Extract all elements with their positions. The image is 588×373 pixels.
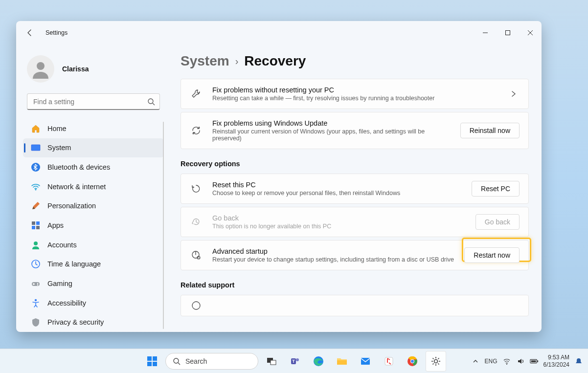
nav-gaming[interactable]: Gaming: [23, 274, 164, 293]
nav-privacy[interactable]: Privacy & security: [23, 312, 164, 332]
svg-point-28: [296, 358, 299, 361]
related-support-card[interactable]: [181, 295, 529, 316]
svg-rect-8: [36, 221, 40, 225]
reset-icon: [190, 182, 203, 195]
advanced-startup-card: Advanced startup Restart your device to …: [181, 240, 529, 270]
nav-personalization[interactable]: Personalization: [23, 197, 164, 216]
task-view-button[interactable]: [261, 351, 282, 372]
notifications-tray-icon[interactable]: [574, 357, 583, 366]
svg-point-5: [31, 163, 40, 172]
svg-rect-21: [153, 356, 157, 361]
nav-label: Accessibility: [47, 299, 86, 307]
nav-label: Network & internet: [47, 183, 106, 191]
nav-accounts[interactable]: Accounts: [23, 235, 164, 255]
app-icon-1[interactable]: [379, 351, 399, 372]
settings-taskbar-icon[interactable]: [426, 351, 446, 372]
breadcrumb-current: Recovery: [244, 53, 306, 69]
file-explorer-icon[interactable]: [332, 351, 352, 372]
svg-rect-3: [31, 145, 40, 151]
nav-system[interactable]: System: [23, 138, 164, 158]
main-content: System › Recovery Fix problems without r…: [168, 44, 542, 332]
svg-rect-33: [385, 357, 393, 365]
taskbar-search-label: Search: [185, 357, 207, 365]
section-recovery-options: Recovery options: [181, 160, 529, 168]
nav-apps[interactable]: Apps: [23, 216, 164, 235]
svg-rect-9: [32, 226, 35, 229]
breadcrumb-parent[interactable]: System: [181, 53, 229, 69]
troubleshoot-card[interactable]: Fix problems without resetting your PC R…: [181, 79, 529, 109]
mail-icon[interactable]: [355, 351, 376, 372]
nav-label: Personalization: [47, 202, 96, 210]
tray-time[interactable]: 9:53 AM: [543, 354, 569, 361]
reset-pc-button[interactable]: Reset PC: [472, 181, 520, 197]
card-title: Fix problems without resetting your PC: [212, 86, 498, 94]
nav-label: Accounts: [47, 241, 77, 249]
nav-home[interactable]: Home: [23, 119, 164, 138]
gamepad-icon: [31, 279, 41, 288]
nav-bluetooth[interactable]: Bluetooth & devices: [23, 157, 164, 177]
teams-icon[interactable]: T: [285, 351, 305, 372]
wifi-tray-icon[interactable]: [502, 357, 511, 366]
nav-time-language[interactable]: Time & language: [23, 254, 164, 274]
wrench-icon: [190, 88, 203, 100]
go-back-card: Go back This option is no longer availab…: [181, 207, 529, 237]
clock-icon: [31, 259, 41, 269]
volume-tray-icon[interactable]: [516, 357, 525, 366]
svg-point-16: [35, 299, 37, 301]
card-title: Advanced startup: [212, 247, 454, 255]
nav-accessibility[interactable]: Accessibility: [23, 293, 164, 313]
nav-label: Apps: [47, 221, 64, 229]
taskbar-search[interactable]: Search: [165, 353, 258, 370]
maximize-button[interactable]: [497, 25, 519, 41]
svg-rect-31: [337, 360, 347, 365]
svg-rect-26: [271, 360, 276, 365]
language-indicator[interactable]: ENG: [485, 358, 498, 365]
battery-tray-icon[interactable]: [530, 357, 539, 366]
home-icon: [31, 124, 41, 133]
user-name: Clarissa: [62, 65, 89, 73]
chrome-icon[interactable]: [402, 351, 423, 372]
search-icon: [147, 98, 155, 106]
shield-icon: [31, 317, 41, 327]
back-button[interactable]: [21, 24, 39, 42]
svg-rect-0: [506, 31, 510, 35]
svg-point-11: [34, 241, 38, 245]
svg-rect-20: [147, 356, 152, 361]
system-icon: [31, 143, 41, 153]
nav-label: Gaming: [47, 280, 72, 287]
svg-rect-41: [531, 360, 536, 362]
tray-chevron-icon[interactable]: [471, 357, 480, 366]
system-tray[interactable]: ENG 9:53 AM 6/13/2024: [471, 354, 583, 369]
search-input[interactable]: [27, 93, 160, 110]
tray-date[interactable]: 6/13/2024: [543, 361, 569, 369]
edge-icon[interactable]: [308, 351, 329, 372]
refresh-icon: [190, 124, 203, 137]
help-icon: [190, 299, 203, 312]
accessibility-icon: [31, 298, 41, 308]
settings-window: Settings Clarissa: [16, 21, 542, 332]
svg-point-19: [192, 302, 200, 309]
avatar: [27, 55, 54, 83]
reinstall-now-button[interactable]: Reinstall now: [460, 123, 520, 138]
svg-point-15: [37, 285, 38, 285]
person-icon: [31, 240, 41, 250]
apps-icon: [31, 220, 41, 230]
nav-list: Home System Bluetooth & devices Network …: [23, 119, 164, 332]
nav-network[interactable]: Network & internet: [23, 177, 164, 197]
card-subtitle: Reinstall your current version of Window…: [212, 128, 451, 142]
restart-now-button[interactable]: Restart now: [464, 247, 520, 263]
close-button[interactable]: [519, 25, 542, 41]
history-icon: [190, 216, 203, 228]
nav-label: Privacy & security: [47, 318, 104, 326]
user-profile[interactable]: Clarissa: [23, 51, 164, 91]
svg-rect-22: [147, 362, 152, 366]
search-icon: [173, 357, 181, 365]
chevron-right-icon: [508, 90, 520, 97]
start-button[interactable]: [142, 351, 162, 372]
windows-update-card: Fix problems using Windows Update Reinst…: [181, 112, 529, 149]
wifi-icon: [31, 182, 41, 192]
svg-rect-7: [32, 221, 35, 225]
svg-rect-10: [36, 226, 40, 229]
sidebar: Clarissa Home System Blu: [16, 44, 168, 332]
minimize-button[interactable]: [474, 25, 497, 41]
